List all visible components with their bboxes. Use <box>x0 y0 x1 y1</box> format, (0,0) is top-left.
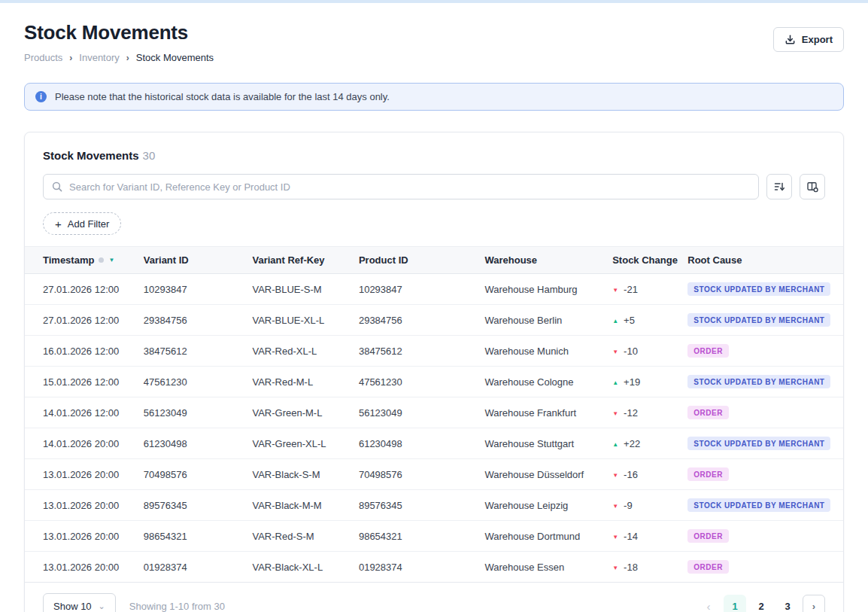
column-header-variant-ref-key[interactable]: Variant Ref-Key <box>243 247 349 274</box>
stock-change-cell: ▼-21 <box>603 274 678 305</box>
table-row[interactable]: 14.01.2026 12:00 56123049 VAR-Green-M-L … <box>25 397 843 428</box>
variant-id-cell: 98654321 <box>135 521 244 552</box>
add-filter-button[interactable]: + Add Filter <box>43 212 121 235</box>
variant-ref-key-cell: VAR-Red-XL-L <box>243 336 349 367</box>
change-value: +5 <box>624 315 635 326</box>
search-input[interactable] <box>43 174 759 199</box>
column-header-warehouse[interactable]: Warehouse <box>475 247 603 274</box>
warehouse-cell: Warehouse Stuttgart <box>475 428 603 459</box>
table-row[interactable]: 13.01.2026 20:00 98654321 VAR-Red-S-M 98… <box>25 521 843 552</box>
column-header-root-cause[interactable]: Root Cause <box>678 247 843 274</box>
stock-change-cell: ▲+19 <box>603 367 678 397</box>
breadcrumb-item-inventory[interactable]: Inventory <box>79 52 119 63</box>
root-cause-cell: STOCK UPDATED BY MERCHANT <box>678 367 843 397</box>
table-toolbar <box>25 162 843 199</box>
record-count: 30 <box>143 149 156 162</box>
timestamp-cell: 14.01.2026 12:00 <box>25 397 135 428</box>
next-page-button[interactable]: › <box>803 595 825 612</box>
variant-ref-key-cell: VAR-Black-M-M <box>243 490 349 521</box>
root-cause-cell: ORDER <box>678 336 843 367</box>
column-header-stock-change[interactable]: Stock Change <box>603 247 678 274</box>
page-button-3[interactable]: 3 <box>776 595 799 612</box>
breadcrumb-separator: › <box>69 53 72 63</box>
stock-change-cell: ▼-16 <box>603 459 678 490</box>
change-value: -9 <box>624 500 633 511</box>
table-row[interactable]: 15.01.2026 12:00 47561230 VAR-Red-M-L 47… <box>25 367 843 397</box>
product-id-cell: 89576345 <box>350 490 476 521</box>
add-filter-label: Add Filter <box>68 218 110 230</box>
change-direction-icon: ▼ <box>612 534 618 540</box>
card-title: Stock Movements30 <box>43 149 825 162</box>
table-footer: Show 10 ⌄ Showing 1-10 from 30 ‹ 123 › <box>25 583 843 612</box>
table-row[interactable]: 27.01.2026 12:00 10293847 VAR-BLUE-S-M 1… <box>25 274 843 305</box>
product-id-cell: 98654321 <box>350 521 476 552</box>
root-cause-cell: STOCK UPDATED BY MERCHANT <box>678 305 843 336</box>
warehouse-cell: Warehouse Frankfurt <box>475 397 603 428</box>
stock-change-cell: ▼-9 <box>603 490 678 521</box>
table-row[interactable]: 27.01.2026 12:00 29384756 VAR-BLUE-XL-L … <box>25 305 843 336</box>
pagination: ‹ 123 › <box>697 595 825 612</box>
variant-id-cell: 56123049 <box>135 397 244 428</box>
change-value: -16 <box>624 469 638 480</box>
warehouse-cell: Warehouse Cologne <box>475 367 603 397</box>
table-row[interactable]: 13.01.2026 20:00 01928374 VAR-Black-XL-L… <box>25 552 843 583</box>
product-id-cell: 56123049 <box>350 397 476 428</box>
product-id-cell: 47561230 <box>350 367 476 397</box>
timestamp-cell: 16.01.2026 12:00 <box>25 336 135 367</box>
column-settings-button[interactable] <box>800 174 825 199</box>
sort-desc-icon: ▼ <box>108 257 114 263</box>
page-button-2[interactable]: 2 <box>750 595 772 612</box>
root-cause-badge: ORDER <box>687 344 729 358</box>
breadcrumb-separator: › <box>126 53 129 63</box>
info-banner: i Please note that the historical stock … <box>24 83 844 111</box>
product-id-cell: 61230498 <box>350 428 476 459</box>
column-header-variant-id[interactable]: Variant ID <box>135 247 244 274</box>
change-value: -21 <box>624 284 638 295</box>
change-direction-icon: ▼ <box>612 565 618 571</box>
root-cause-cell: STOCK UPDATED BY MERCHANT <box>678 274 843 305</box>
table-row[interactable]: 13.01.2026 20:00 70498576 VAR-Black-S-M … <box>25 459 843 490</box>
variant-id-cell: 38475612 <box>135 336 244 367</box>
product-id-cell: 29384756 <box>350 305 476 336</box>
breadcrumb-item-products[interactable]: Products <box>24 52 62 63</box>
sort-button[interactable] <box>766 174 792 199</box>
showing-text: Showing 1-10 from 30 <box>129 601 225 612</box>
change-direction-icon: ▼ <box>612 410 618 417</box>
warehouse-cell: Warehouse Essen <box>475 552 603 583</box>
root-cause-cell: ORDER <box>678 521 843 552</box>
timestamp-cell: 14.01.2026 20:00 <box>25 428 135 459</box>
stock-movements-table: Timestamp ▼ Variant ID Variant Ref-Key P… <box>25 246 843 583</box>
export-button[interactable]: Export <box>773 27 844 52</box>
timestamp-cell: 13.01.2026 20:00 <box>25 490 135 521</box>
variant-ref-key-cell: VAR-Black-S-M <box>243 459 349 490</box>
change-direction-icon: ▲ <box>612 441 618 448</box>
change-direction-icon: ▲ <box>612 379 618 386</box>
change-value: -18 <box>624 562 638 573</box>
page-header: Stock Movements Products › Inventory › S… <box>24 21 844 63</box>
variant-id-cell: 29384756 <box>135 305 244 336</box>
info-banner-text: Please note that the historical stock da… <box>55 91 390 102</box>
timestamp-cell: 15.01.2026 12:00 <box>25 367 135 397</box>
table-row[interactable]: 13.01.2026 20:00 89576345 VAR-Black-M-M … <box>25 490 843 521</box>
root-cause-badge: STOCK UPDATED BY MERCHANT <box>687 313 830 327</box>
warehouse-cell: Warehouse Berlin <box>475 305 603 336</box>
stock-change-cell: ▼-14 <box>603 521 678 552</box>
column-header-product-id[interactable]: Product ID <box>350 247 476 274</box>
variant-ref-key-cell: VAR-BLUE-XL-L <box>243 305 349 336</box>
change-direction-icon: ▲ <box>612 318 618 324</box>
table-row[interactable]: 16.01.2026 12:00 38475612 VAR-Red-XL-L 3… <box>25 336 843 367</box>
change-direction-icon: ▼ <box>612 349 618 355</box>
variant-id-cell: 47561230 <box>135 367 244 397</box>
column-header-timestamp[interactable]: Timestamp ▼ <box>25 247 135 274</box>
download-icon <box>785 34 796 45</box>
warehouse-cell: Warehouse Düsseldorf <box>475 459 603 490</box>
root-cause-cell: STOCK UPDATED BY MERCHANT <box>678 490 843 521</box>
page-size-label: Show 10 <box>53 601 92 612</box>
prev-page-button[interactable]: ‹ <box>697 595 720 612</box>
page-size-select[interactable]: Show 10 ⌄ <box>43 593 116 612</box>
root-cause-badge: ORDER <box>687 406 729 419</box>
product-id-cell: 70498576 <box>350 459 476 490</box>
page-button-1[interactable]: 1 <box>724 595 746 612</box>
export-button-label: Export <box>802 34 833 45</box>
table-row[interactable]: 14.01.2026 20:00 61230498 VAR-Green-XL-L… <box>25 428 843 459</box>
